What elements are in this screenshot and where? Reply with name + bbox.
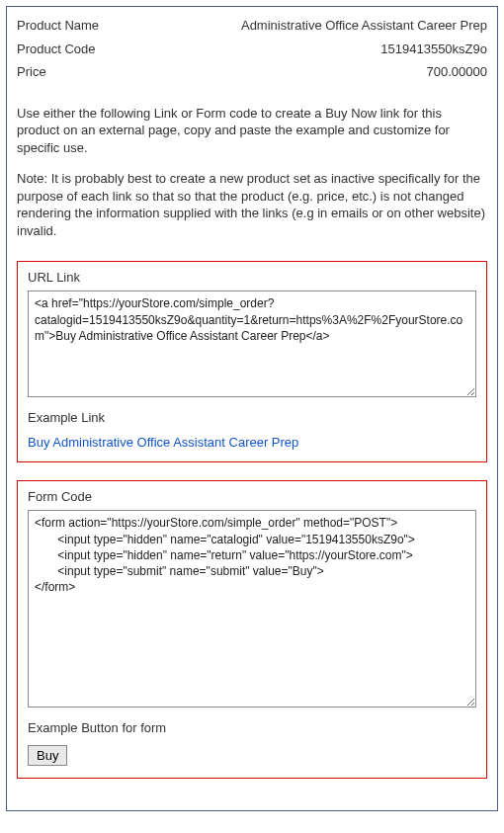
product-name-value: Administrative Office Assistant Career P… [241, 17, 487, 35]
url-link-section: URL Link <a href="https://yourStore.com/… [17, 261, 487, 462]
url-example-link[interactable]: Buy Administrative Office Assistant Care… [28, 435, 298, 450]
product-code-row: Product Code 1519413550ksZ9o [17, 41, 487, 58]
buy-button[interactable]: Buy [28, 745, 67, 766]
product-code-label: Product Code [17, 41, 96, 58]
url-link-textarea[interactable]: <a href="https://yourStore.com/simple_or… [28, 291, 476, 397]
price-label: Price [17, 63, 46, 81]
price-row: Price 700.00000 [17, 63, 487, 81]
product-code-value: 1519413550ksZ9o [380, 41, 487, 58]
form-example-label: Example Button for form [28, 720, 476, 735]
instructions-text: Use either the following Link or Form co… [17, 105, 487, 157]
price-value: 700.00000 [427, 63, 487, 81]
form-code-section: Form Code <form action="https://yourStor… [17, 480, 487, 779]
note-text: Note: It is probably best to create a ne… [17, 170, 487, 239]
url-example-label: Example Link [28, 410, 476, 425]
form-code-textarea[interactable]: <form action="https://yourStore.com/simp… [28, 510, 476, 708]
product-link-panel: Product Name Administrative Office Assis… [6, 6, 498, 811]
product-name-label: Product Name [17, 17, 99, 35]
product-name-row: Product Name Administrative Office Assis… [17, 17, 487, 35]
form-code-heading: Form Code [28, 489, 476, 504]
url-link-heading: URL Link [28, 270, 476, 285]
